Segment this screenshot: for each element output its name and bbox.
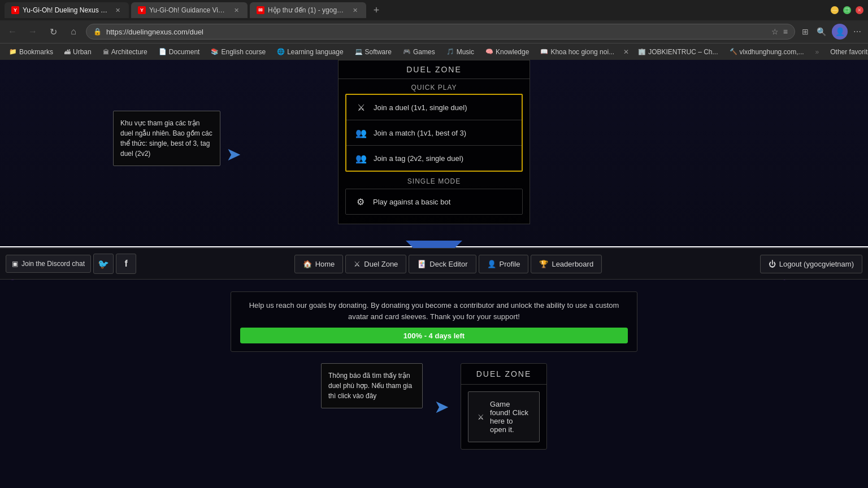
duel-zone-bottom-tooltip: Thông báo đã tìm thấy trận duel phù hợp.…	[321, 363, 423, 408]
deck-editor-icon: 🃏	[417, 260, 426, 268]
twitter-icon: 🐦	[98, 259, 109, 269]
bookmarks-bar: 📁 Bookmarks 🏙 Urban 🏛 Architecture 📄 Doc…	[0, 43, 868, 60]
bookmark-urban[interactable]: 🏙 Urban	[60, 47, 96, 57]
progress-bar-label: 100% - 4 days left	[240, 328, 628, 343]
browser-chrome: Y Yu-Gi-Oh! Dueling Nexus - Free... ✕ Y …	[0, 0, 868, 60]
bookmark-label: vlxdhunghung.com,...	[740, 48, 804, 56]
tab-1-label: Yu-Gi-Oh! Dueling Nexus - Free...	[23, 6, 110, 14]
tab-2-close[interactable]: ✕	[232, 6, 241, 15]
khoa-hoc-icon: 📖	[540, 48, 548, 55]
reload-button[interactable]: ↻	[45, 24, 61, 40]
join-duel-button[interactable]: ⚔ Join a duel (1v1, single duel)	[346, 95, 522, 120]
english-course-icon: 📚	[211, 48, 219, 55]
join-tag-icon: 👥	[354, 151, 368, 165]
software-icon: 💻	[355, 48, 363, 55]
browser-actions: ⊞ 🔍 👤 ⋯	[800, 24, 863, 40]
back-button[interactable]: ←	[5, 24, 20, 40]
nav-home[interactable]: 🏠 Home	[294, 255, 344, 273]
tab-2-label: Yu-Gi-Oh! Guidance Vietnam -...	[149, 6, 228, 14]
game-found-button[interactable]: ⚔ Game found! Click here to open it.	[468, 391, 540, 442]
restore-button[interactable]: ❐	[843, 6, 851, 14]
top-section: Khu vực tham gia các trận duel ngẫu nhiê…	[0, 60, 868, 246]
bookmark-label: Other favorites	[830, 48, 868, 56]
close-button[interactable]: ✕	[856, 6, 863, 14]
tab-1[interactable]: Y Yu-Gi-Oh! Dueling Nexus - Free... ✕	[5, 2, 129, 18]
duel-zone-bottom-panel: DUEL ZONE ⚔ Game found! Click here to op…	[461, 363, 547, 450]
title-bar: Y Yu-Gi-Oh! Dueling Nexus - Free... ✕ Y …	[0, 0, 868, 20]
facebook-button[interactable]: f	[116, 254, 136, 274]
duel-zone-bottom-title: DUEL ZONE	[461, 364, 546, 385]
home-button[interactable]: ⌂	[66, 24, 81, 40]
quick-play-label: QUICK PLAY	[338, 79, 530, 94]
bookmarks-icon: 📁	[9, 48, 17, 55]
bookmark-english-course[interactable]: 📚 English course	[206, 47, 270, 57]
deck-editor-label: Deck Editor	[429, 260, 467, 268]
discord-button[interactable]: ▣ Join the Discord chat	[6, 255, 91, 273]
forward-button[interactable]: →	[25, 24, 41, 40]
profile-label: Profile	[500, 260, 520, 268]
tab-3[interactable]: ✉ Hộp thư đến (1) - ygoguidance... ✕	[250, 2, 366, 18]
bookmark-learning-language[interactable]: 🌐 Learning language	[272, 47, 348, 57]
discord-icon: ▣	[12, 260, 18, 268]
nav-right: ⏻ Logout (ygocgvietnam)	[760, 255, 868, 273]
tab-1-close[interactable]: ✕	[113, 6, 122, 15]
bookmark-document[interactable]: 📄 Document	[154, 47, 205, 57]
urban-icon: 🏙	[64, 49, 71, 55]
address-bar[interactable]: 🔒 https://duelingnexus.com/duel ☆ ≡	[86, 24, 795, 40]
bookmark-label: Document	[169, 48, 200, 56]
bookmark-label: Software	[365, 48, 392, 56]
tab-2-favicon: Y	[138, 6, 146, 14]
bookmark-job-kientruc[interactable]: 🏢 JOBKIENTRUC – Ch...	[633, 47, 722, 57]
home-icon: 🏠	[303, 260, 312, 268]
nav-center: 🏠 Home ⚔ Duel Zone 🃏 Deck Editor 👤 Profi…	[136, 255, 760, 273]
play-basic-bot-button[interactable]: ⚙ Play against a basic bot	[345, 189, 523, 215]
tab-3-close[interactable]: ✕	[350, 6, 359, 15]
more-options-icon[interactable]: ⋯	[851, 25, 863, 38]
logout-icon: ⏻	[769, 260, 776, 268]
basic-bot-label: Play against a basic bot	[373, 198, 450, 206]
twitter-button[interactable]: 🐦	[93, 254, 114, 274]
nav-duel-zone[interactable]: ⚔ Duel Zone	[345, 255, 406, 273]
duel-zone-tooltip: Khu vực tham gia các trận duel ngẫu nhiê…	[113, 111, 220, 166]
join-match-button[interactable]: 👥 Join a match (1v1, best of 3)	[346, 120, 522, 146]
bookmark-label: JOBKIENTRUC – Ch...	[648, 48, 718, 56]
join-match-label: Join a match (1v1, best of 3)	[374, 129, 466, 137]
nav-profile[interactable]: 👤 Profile	[479, 255, 529, 273]
tab-2[interactable]: Y Yu-Gi-Oh! Guidance Vietnam -... ✕	[131, 2, 248, 18]
bookmark-games[interactable]: 🎮 Games	[398, 47, 440, 57]
window-controls: — ❐ ✕	[831, 6, 863, 14]
bottom-section: Help us reach our goals by donating. By …	[0, 280, 868, 488]
bookmark-khoa-hoc[interactable]: 📖 Khoa hoc giong noi...	[536, 47, 619, 57]
bookmark-bookmarks[interactable]: 📁 Bookmarks	[5, 47, 58, 57]
duel-zone-bottom-tooltip-text: Thông báo đã tìm thấy trận duel phù hợp.…	[328, 372, 412, 400]
extensions-icon[interactable]: ⊞	[800, 25, 811, 38]
duel-zone-nav-label: Duel Zone	[364, 260, 398, 268]
browser-profile-icon[interactable]: 👤	[832, 24, 848, 40]
logout-button[interactable]: ⏻ Logout (ygocgvietnam)	[760, 255, 862, 273]
reader-mode-icon[interactable]: ≡	[783, 27, 788, 36]
progress-bar: 100% - 4 days left	[240, 328, 628, 343]
search-icon[interactable]: 🔍	[814, 25, 828, 38]
bookmark-architecture[interactable]: 🏛 Architecture	[98, 47, 152, 57]
single-mode-label: SINGLE MODE	[338, 172, 530, 189]
bookmark-music[interactable]: 🎵 Music	[442, 47, 479, 57]
nav-bar: ▣ Join the Discord chat 🐦 f 🏠 Home ⚔ Due…	[0, 248, 868, 280]
bookmark-software[interactable]: 💻 Software	[350, 47, 396, 57]
url-text: https://duelingnexus.com/duel	[106, 28, 767, 36]
nav-leaderboard[interactable]: 🏆 Leaderboard	[531, 255, 602, 273]
learning-icon: 🌐	[277, 48, 285, 55]
bookmark-star-icon[interactable]: ☆	[771, 27, 779, 36]
leaderboard-icon: 🏆	[539, 260, 548, 268]
join-tag-button[interactable]: 👥 Join a tag (2v2, single duel)	[346, 146, 522, 171]
bookmarks-overflow[interactable]: »	[811, 48, 824, 56]
bookmark-vlxd[interactable]: 🔨 vlxdhunghung.com,...	[725, 47, 809, 57]
donation-container: Help us reach our goals by donating. By …	[231, 291, 637, 352]
nav-deck-editor[interactable]: 🃏 Deck Editor	[409, 255, 476, 273]
minimize-button[interactable]: —	[831, 6, 839, 14]
bookmark-knowledge[interactable]: 🧠 Knowledge	[481, 47, 533, 57]
discord-label: Join the Discord chat	[21, 260, 85, 268]
bookmark-other-favorites[interactable]: Other favorites	[826, 47, 868, 57]
new-tab-button[interactable]: +	[368, 2, 384, 18]
tooltip-arrow-icon: ➤	[226, 143, 241, 165]
address-icons: ☆ ≡	[771, 27, 788, 36]
